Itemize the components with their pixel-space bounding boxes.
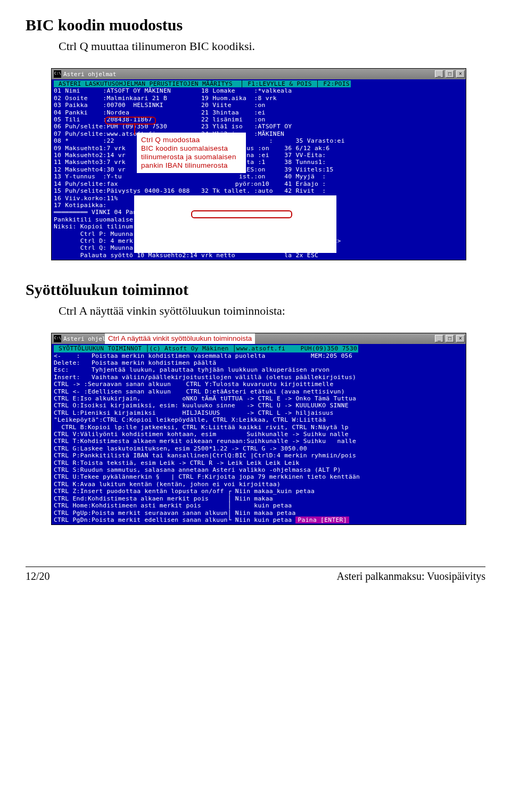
terminal-line: CTRL U:Tekee pykälänmerkin § | CTRL F:Ki…: [54, 473, 360, 480]
paina-enter-badge: Paina [ENTER]: [295, 516, 349, 523]
window-minimize-button[interactable]: _: [435, 335, 443, 342]
titlebar-1: Asteri ohjelmat _ □ ×: [52, 69, 466, 79]
callout-line-1: [134, 123, 135, 135]
terminal-line: CTRL O:Isoiksi kirjaimiksi, esim: kuuluu…: [54, 402, 349, 409]
terminal-line: 03 Paikka :00700 HELSINKI 20 Viite :on: [54, 102, 266, 109]
intro-line-2: Ctrl A näyttää vinkin syöttöluukun toimi…: [59, 304, 485, 318]
terminal-line: CTRL B:Kopioi lp:lle jatkeeksi, CTRL K:L…: [54, 424, 349, 431]
terminal-line: CTRL PgUp:Poista merkit seuraavan sanan …: [54, 510, 295, 516]
callout-ctrl-a: Ctrl A näyttää vinkit syöttöluukun toimi…: [105, 333, 255, 344]
terminal-line: CTRL E:Iso alkukirjain, oNKO tÄmÄ tUTTUA…: [54, 395, 356, 402]
cmd-icon: [54, 335, 61, 342]
terminal-line: CTRL End:Kohdistimesta alkaen merkit poi…: [54, 495, 273, 502]
cmd-icon: [54, 70, 61, 78]
terminal-line: 14 Puh/selite:fax pyör:on10 41 Eräajo :: [54, 181, 326, 187]
footer-right-title: Asteri palkanmaksu: Vuosipäivitys: [336, 570, 485, 583]
terminal-line: 15 Puh/selite:Päivystys 0400-316 088 32 …: [54, 187, 326, 194]
page-footer: 12/20 Asteri palkanmaksu: Vuosipäivitys: [26, 567, 485, 583]
terminal-line: CTRL Home:Kohdistimeen asti merkit pois …: [54, 502, 292, 509]
terminal-content-2: SYÖTTÖLUUKUN TOIMINNOT │(c) Atsoft Oy Mä…: [52, 344, 466, 524]
terminal-line: CTRL T:Kohdistimesta alkaen merkit oikea…: [54, 438, 356, 445]
terminal-line: 06 Puh/selite:PUH (09)350 7530 23 Ylä1 i…: [54, 123, 292, 130]
terminal-line: CTRL K:Avaa lukitun kentän (kentän, joho…: [54, 481, 281, 488]
terminal-line: <- : Poistaa merkin kohdistimen vasemmal…: [54, 352, 352, 359]
terminal-line: CTRL P:Pankkitilistä IBAN tai kansalline…: [54, 452, 356, 459]
terminal-header-line: SYÖTTÖLUUKUN TOIMINNOT │(c) Atsoft Oy Mä…: [54, 345, 358, 352]
terminal-line: Insert: Vaihtaa väliin/päällekirjoitusti…: [54, 374, 356, 381]
highlight-box-ndeafihh: [191, 210, 292, 218]
terminal-header-line: ASTERI LASKUTUSOHJELMAN PERUSTIETOJEN MÄ…: [54, 80, 351, 87]
terminal-line: CTRL S:Ruudun sammutus, salasana annetaa…: [54, 466, 341, 473]
window-close-button[interactable]: ×: [456, 335, 465, 342]
terminal-line: 02 Osoite :Malminkaari 21 B 19 Huom.aika…: [54, 95, 277, 102]
heading-bic: BIC koodin muodostus: [26, 16, 485, 34]
window-maximize-button[interactable]: □: [446, 335, 454, 342]
window-maximize-button[interactable]: □: [446, 70, 454, 78]
terminal-line: CTRL Z:Insert puodottaa kentän lopusta o…: [54, 488, 315, 495]
callout-ctrl-q: Ctrl Q muodostaa BIC koodin suomalaisest…: [137, 133, 246, 173]
window-minimize-button[interactable]: _: [435, 70, 443, 78]
terminal-line: 04 Pankki :Nordea 21 3hintaa :ei: [54, 109, 266, 116]
terminal-line: CTRL G:Laskee laskutoimituksen, esim 250…: [54, 445, 307, 452]
terminal-line: 05 Tili :208438-11867 22 lisänimi :on: [54, 116, 266, 123]
terminal-line: CTRL V:Välilyönti kohdistimen kohtaan, e…: [54, 431, 349, 438]
window-close-button[interactable]: ×: [456, 70, 465, 78]
terminal-line: 01 Nimi :ATSOFT OY MÄKINEN 18 Lomake :*v…: [54, 87, 292, 94]
highlight-box-tili-1: [105, 117, 156, 125]
terminal-content-1: ASTERI LASKUTUSOHJELMAN PERUSTIETOJEN MÄ…: [52, 79, 466, 260]
terminal-window-2: Asteri ohjelma _ □ × Ctrl A näyttää vink…: [51, 333, 466, 525]
terminal-line: CTRL PgDn:Poista merkit edellisen sanan …: [54, 516, 295, 523]
heading-syottoluukku: Syöttöluukun toiminnot: [26, 281, 485, 299]
terminal-line: CTRL L:Pieniksi kirjaimiksi HILJAISUUS -…: [54, 409, 334, 416]
footer-left-page: 12/20: [26, 570, 50, 583]
terminal-line: CTRL -> :Seuraavan sanan alkuun CTRL Y:T…: [54, 381, 334, 388]
terminal-line: 13 Y-tunnus :Y-tu ist.:on 40 Myyjä :: [54, 173, 326, 180]
terminal-line: "Leikepöytä":CTRL C:Kopioi leikepöydälle…: [54, 416, 326, 423]
terminal-line: Esc: Tyhjentää luukun, palauttaa tyhjään…: [54, 366, 329, 373]
terminal-line: Delete: Poistaa merkin kohdistimen päält…: [54, 359, 216, 366]
terminal-line: CTRL <- :Edellisen sanan alkuun CTRL D:e…: [54, 388, 345, 395]
overlay-snippet-1: [134, 195, 336, 253]
titlebar-1-text: Asteri ohjelmat: [63, 71, 116, 78]
intro-line-1: Ctrl Q muuttaa tilinumeron BIC koodiksi.: [59, 39, 485, 53]
terminal-window-1: Asteri ohjelmat _ □ × ASTERI LASKUTUSOHJ…: [51, 68, 466, 260]
terminal-line: CTRL R:Toista tekstiä, esim Leik -> CTRL…: [54, 460, 300, 466]
